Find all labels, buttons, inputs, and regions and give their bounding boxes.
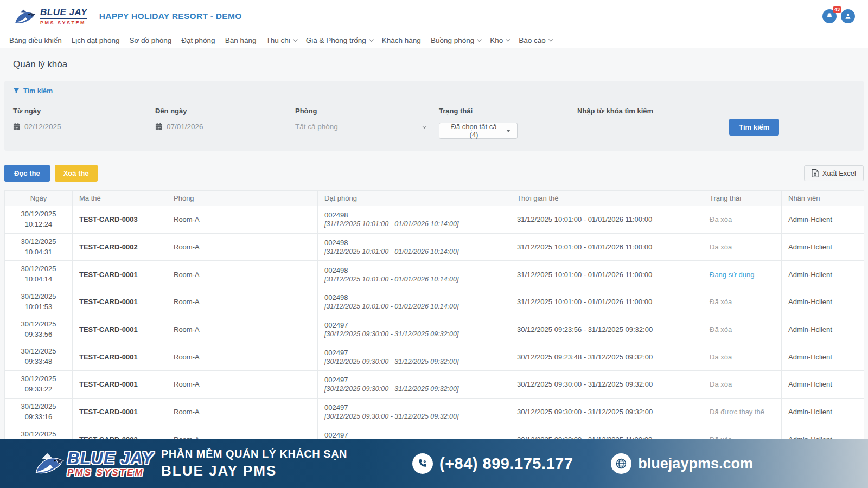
chevron-down-icon [293,37,297,41]
key-log-table: Ngày Mã thẻ Phòng Đặt phòng Thời gian th… [4,190,864,453]
app-header: BLUE JAY PMS SYSTEM HAPPY HOLIDAY RESORT… [0,0,868,33]
bell-icon [826,12,833,20]
nav-item-customers[interactable]: Khách hàng [377,36,426,44]
calendar-icon [155,123,162,130]
globe-icon [615,458,627,470]
table-row[interactable]: 30/12/202509:33:16 TEST-CARD-0001 Room-A… [5,398,864,426]
status-select-value: Đã chọn tất cả (4) [446,123,502,139]
nav-item-room-map[interactable]: Sơ đồ phòng [124,36,176,44]
footer-website-url: bluejaypms.com [638,455,753,472]
status-badge: Đã xóa [710,298,732,306]
nav-item-sales[interactable]: Bán hàng [220,36,261,44]
nav-item-booking-calendar[interactable]: Lịch đặt phòng [67,36,125,44]
search-button[interactable]: Tìm kiếm [729,119,779,136]
status-badge: Đã xóa [710,325,732,333]
delete-card-button[interactable]: Xoá thẻ [55,165,98,182]
room-select[interactable]: Tất cả phòng [295,123,425,134]
status-badge: Đã xóa [710,215,732,223]
keyword-label: Nhập từ khóa tìm kiếm [577,107,707,115]
table-header-row: Ngày Mã thẻ Phòng Đặt phòng Thời gian th… [5,191,864,206]
nav-item-reports[interactable]: Báo cáo [514,36,557,44]
caret-down-icon [506,130,510,132]
status-badge: Đang sử dụng [710,271,754,279]
footer-phone-number: (+84) 899.175.177 [439,455,573,473]
table-row[interactable]: 30/12/202510:04:31 TEST-CARD-0002 Room-A… [5,233,864,261]
room-select-value: Tất cả phòng [295,123,338,131]
main-navigation: Bảng điều khiển Lịch đặt phòng Sơ đồ phò… [0,33,868,48]
chevron-down-icon [548,37,553,41]
user-icon [844,12,852,20]
table-row[interactable]: 30/12/202509:33:56 TEST-CARD-0001 Room-A… [5,316,864,343]
table-row[interactable]: 30/12/202510:04:14 TEST-CARD-0001 Room-A… [5,261,864,288]
table-row[interactable]: 30/12/202510:12:24 TEST-CARD-0003 Room-A… [5,206,864,234]
read-card-button[interactable]: Đọc thẻ [4,165,50,182]
bluejay-logo[interactable]: BLUE JAY PMS SYSTEM [13,7,87,26]
footer-website: bluejaypms.com [611,453,753,474]
to-date-label: Đến ngày [155,107,279,115]
footer-product-name: BLUE JAY PMS [161,463,347,479]
export-excel-button[interactable]: Xuất Excel [804,165,864,181]
excel-file-icon [812,169,819,177]
col-header-date: Ngày [5,191,73,206]
to-date-input[interactable]: 07/01/2026 [155,123,279,134]
property-title: HAPPY HOLIDAY RESORT - DEMO [99,11,822,21]
chevron-down-icon [477,37,481,41]
status-badge: Đã xóa [710,243,732,251]
brand-subtitle: PMS SYSTEM [40,21,87,25]
promo-footer-banner: BLUE JAY PMS SYSTEM PHẦN MỀM QUẢN LÝ KHÁ… [0,439,868,488]
status-badge: Đã xóa [710,353,732,361]
footer-phone: (+84) 899.175.177 [412,453,573,474]
search-filter-panel: Tìm kiếm Từ ngày 02/12/2025 Đến ngày 07/… [4,81,864,151]
nav-item-housekeeping[interactable]: Buồng phòng [426,36,485,44]
table-row[interactable]: 30/12/202510:01:53 TEST-CARD-0001 Room-A… [5,288,864,316]
nav-item-dashboard[interactable]: Bảng điều khiển [4,36,67,44]
status-badge: Đã xóa [710,380,732,388]
nav-item-rates-availability[interactable]: Giá & Phòng trống [301,36,377,44]
nav-item-income-expense[interactable]: Thu chi [261,36,301,44]
to-date-value: 07/01/2026 [167,123,203,131]
from-date-value: 02/12/2025 [24,123,61,131]
footer-bluejay-logo: BLUE JAY PMS SYSTEM [34,450,154,477]
col-header-staff: Nhân viên [782,191,864,206]
page-title: Quản lý khóa [13,59,855,70]
footer-brand-subtitle: PMS SYSTEM [67,468,154,477]
col-header-booking: Đặt phòng [318,191,510,206]
status-select-label: Trạng thái [439,107,518,115]
footer-brand-name: BLUE JAY [67,450,154,467]
brand-name: BLUE JAY [40,8,87,19]
nav-item-inventory[interactable]: Kho [485,36,514,44]
bluejay-bird-icon [13,7,37,26]
keyword-input[interactable] [577,123,707,134]
col-header-room: Phòng [167,191,318,206]
from-date-input[interactable]: 02/12/2025 [13,123,138,134]
filter-panel-toggle[interactable]: Tìm kiếm [13,87,855,95]
from-date-label: Từ ngày [13,107,138,115]
status-multiselect[interactable]: Đã chọn tất cả (4) [439,123,518,139]
col-header-card: Mã thẻ [73,191,167,206]
calendar-icon [13,123,20,130]
room-select-label: Phòng [295,107,425,115]
table-row[interactable]: 30/12/202509:33:22 TEST-CARD-0001 Room-A… [5,371,864,399]
filter-panel-title: Tìm kiếm [23,87,53,95]
chevron-down-icon [422,124,426,128]
chevron-down-icon [369,37,373,41]
filter-funnel-icon [13,88,20,94]
footer-tagline: PHẦN MỀM QUẢN LÝ KHÁCH SẠN [161,448,347,460]
bluejay-bird-icon [34,451,65,477]
status-badge: Đã được thay thế [710,408,764,416]
col-header-status: Trạng thái [703,191,782,206]
nav-item-reservation[interactable]: Đặt phòng [176,36,220,44]
notifications-button[interactable]: 43 [822,9,837,23]
user-menu-button[interactable] [841,9,855,23]
col-header-card-time: Thời gian thẻ [510,191,703,206]
export-excel-label: Xuất Excel [822,169,856,177]
phone-icon [417,458,428,469]
table-row[interactable]: 30/12/202509:33:48 TEST-CARD-0001 Room-A… [5,343,864,371]
chevron-down-icon [506,37,510,41]
notification-count-badge: 43 [833,6,841,13]
